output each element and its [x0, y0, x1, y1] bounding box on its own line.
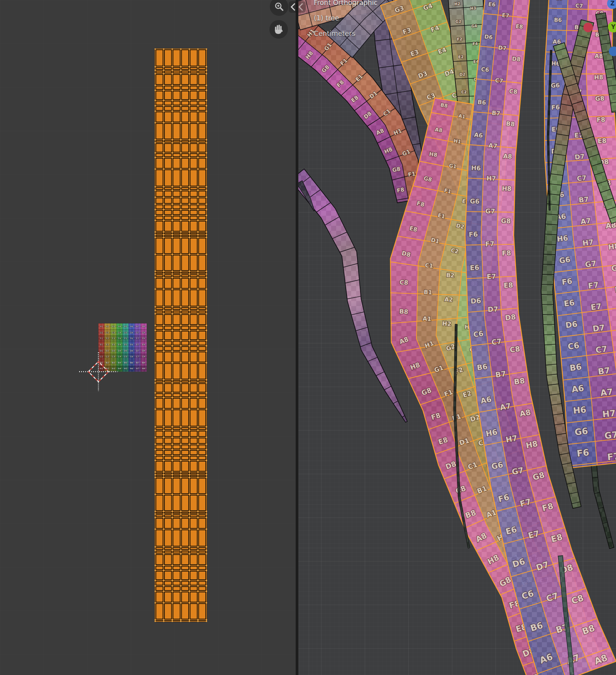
texture-label: G7 — [584, 259, 597, 269]
texture-label: A1 — [423, 315, 432, 322]
blender-window: H1H2H3H4H5H6H7H8G1G2G3G4G5G6G7G8F1F2F3F4… — [0, 0, 616, 675]
texture-label: C6 — [473, 329, 484, 338]
uv-grid-image: H1H2H3H4H5H6H7H8G1G2G3G4G5G6G7G8F1F2F3F4… — [98, 323, 147, 372]
texture-label: G8 — [595, 95, 604, 102]
texture-label: D8 — [504, 313, 516, 322]
texture-label: G8 — [501, 217, 511, 225]
texture-label: F8 — [502, 249, 511, 257]
texture-label: C7 — [575, 3, 583, 9]
pan-button[interactable] — [269, 20, 288, 39]
texture-label: B1 — [424, 289, 432, 296]
texture-label: G6 — [574, 426, 589, 437]
texture-label: G1 — [448, 162, 457, 169]
texture-label: F7 — [607, 451, 616, 462]
texture-label: H1 — [453, 138, 462, 145]
texture-label: H8 — [608, 242, 616, 252]
texture-label: B8 — [514, 376, 526, 386]
viewport-canvas[interactable]: A8H8G8F8E8D8A8H8G8F8H1G1F1E1D1C1H1G1F1G3… — [298, 0, 616, 675]
texture-label: B7 — [578, 195, 589, 204]
uv-canvas[interactable]: H1H2H3H4H5H6H7H8G1G2G3G4G5G6G7G8F1F2F3F4… — [0, 0, 296, 675]
texture-label: H7 — [486, 175, 496, 183]
magnifier-plus-icon — [272, 0, 286, 13]
texture-label: B6 — [476, 362, 488, 372]
texture-label: G2 — [455, 19, 462, 24]
texture-label: B8 — [506, 120, 515, 128]
texture-label: F6 — [561, 277, 573, 287]
texture-label: B7 — [491, 110, 501, 117]
texture-label: E8 — [503, 281, 513, 289]
texture-label: A2 — [444, 296, 453, 303]
texture-label: A6 — [474, 131, 483, 139]
texture-label: C7 — [491, 337, 502, 347]
texture-label: F6 — [576, 447, 590, 458]
hand-icon — [272, 23, 285, 36]
texture-label: B6 — [554, 17, 562, 23]
texture-label: C6 — [481, 66, 489, 73]
texture-label: G8 — [611, 263, 616, 273]
texture-label: D2 — [459, 72, 465, 77]
axis-z-label: Z — [611, 0, 615, 7]
texture-label: C7 — [595, 344, 608, 355]
texture-label: H3 — [470, 6, 476, 10]
texture-label: H6 — [557, 234, 569, 243]
texture-label: E7 — [487, 272, 496, 281]
texture-label: H7 — [582, 238, 594, 247]
texture-label: C6 — [567, 341, 580, 352]
texture-label: H2 — [442, 320, 451, 328]
texture-label: C8 — [399, 279, 408, 286]
texture-label: E2 — [458, 54, 464, 59]
texture-label: D6 — [565, 319, 578, 330]
texture-label: G7 — [604, 430, 616, 441]
texture-label: H2 — [454, 2, 460, 6]
texture-label: G7 — [485, 208, 495, 215]
texture-label: H7 — [602, 408, 616, 419]
region-collapse-handle[interactable] — [289, 1, 306, 13]
texture-label: G6 — [470, 198, 480, 205]
axis-y-label: Y — [611, 24, 616, 30]
texture-label: C2 — [461, 90, 467, 94]
texture-label: D7 — [574, 152, 585, 161]
texture-label: D6 — [470, 296, 481, 305]
texture-label: D7 — [592, 323, 605, 334]
uv-island-strip[interactable] — [154, 48, 207, 622]
texture-label: E7 — [590, 301, 602, 312]
texture-label: H8 — [429, 151, 438, 158]
texture-label: C8 — [509, 345, 521, 354]
texture-label: G4 — [471, 24, 477, 28]
texture-label: B8 — [440, 102, 448, 109]
viewport-3d[interactable]: A8H8G8F8E8D8A8H8G8F8H1G1F1E1D1C1H1G1F1G3… — [298, 0, 616, 675]
texture-label: F6 — [469, 230, 478, 239]
texture-label: G6 — [551, 82, 560, 89]
editor-divider[interactable] — [296, 0, 298, 675]
texture-label: E6 — [564, 298, 575, 308]
texture-label: A7 — [488, 142, 498, 150]
texture-label: E8 — [515, 23, 523, 30]
texture-label: F7 — [588, 281, 599, 291]
texture-label: C7 — [495, 77, 504, 84]
uv-image-editor[interactable]: H1H2H3H4H5H6H7H8G1G2G3G4G5G6G7G8F1F2F3F4… — [0, 0, 296, 675]
texture-label: C1 — [425, 262, 433, 269]
texture-label: F6 — [551, 103, 560, 111]
texture-label: B2 — [446, 272, 455, 279]
texture-label: E6 — [488, 1, 496, 8]
texture-label: H8 — [594, 74, 603, 81]
texture-label: E6 — [470, 264, 479, 272]
axis-neg-x[interactable] — [584, 23, 593, 32]
texture-label: A1 — [458, 113, 466, 120]
texture-label: C7 — [577, 174, 587, 183]
texture-label: C8 — [509, 88, 518, 95]
texture-label: B8 — [399, 308, 408, 315]
texture-label: E7 — [502, 12, 510, 19]
texture-label: F2 — [457, 37, 462, 42]
texture-label: G6 — [558, 255, 571, 265]
texture-label: E8 — [597, 137, 607, 145]
texture-label: H6 — [573, 404, 587, 416]
texture-label: B6 — [477, 98, 486, 106]
texture-label: B6 — [569, 362, 582, 373]
texture-label: D6 — [484, 34, 493, 41]
texture-label: A8 — [435, 127, 443, 134]
texture-label: H6 — [471, 164, 481, 172]
texture-label: A8 — [503, 152, 512, 160]
texture-label: F8 — [396, 186, 405, 194]
texture-label: A8 — [594, 52, 603, 59]
